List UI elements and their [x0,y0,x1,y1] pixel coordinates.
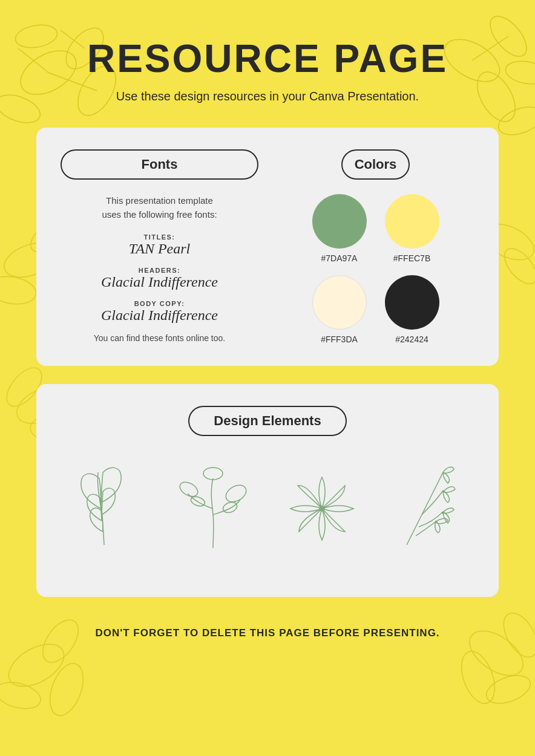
body-font-item: BODY COPY: Glacial Indifference [61,300,258,324]
svg-point-21 [0,678,44,713]
leaf-illustration-4 [382,460,479,557]
leaf-illustration-1 [56,460,153,557]
leaf-illustration-3 [274,460,370,557]
fonts-section: Fonts This presentation template uses th… [61,149,258,343]
design-elements-leaves [56,460,479,557]
swatch-black [385,275,439,330]
colors-grid: #7DA97A #FFEC7B #FFF3DA #2 [312,194,439,344]
design-elements-card: Design Elements [36,384,499,597]
colors-section: Colors #7DA97A #FFEC7B #FFF [277,149,474,344]
leaf-illustration-2 [165,460,261,557]
page-title: RESOURCE PAGE [87,36,448,81]
color-swatch-cream: #FFF3DA [312,275,367,344]
swatch-yellow-label: #FFEC7B [393,253,430,263]
swatch-cream-label: #FFF3DA [321,334,358,344]
colors-header: Colors [341,149,410,180]
color-swatch-green: #7DA97A [312,194,367,263]
fonts-description: This presentation template uses the foll… [61,194,258,221]
swatch-yellow [385,194,439,249]
swatch-cream [312,275,367,330]
titles-font-name: TAN Pearl [61,241,258,257]
titles-font-item: TITLES: TAN Pearl [61,233,258,257]
fonts-note: You can find these fonts online too. [61,333,258,343]
body-label: BODY COPY: [61,300,258,307]
titles-label: TITLES: [61,233,258,241]
headers-font-name: Glacial Indifference [61,274,258,290]
page-subtitle: Use these design resources in your Canva… [116,90,419,103]
svg-point-33 [222,500,238,514]
body-font-name: Glacial Indifference [61,307,258,324]
swatch-black-label: #242424 [395,334,428,344]
fonts-header: Fonts [61,149,258,180]
swatch-green [312,194,367,249]
color-swatch-yellow: #FFEC7B [385,194,439,263]
svg-point-32 [203,468,223,480]
svg-point-22 [44,659,90,720]
headers-label: HEADERS: [61,267,258,274]
design-elements-header: Design Elements [188,406,346,436]
headers-font-item: HEADERS: Glacial Indifference [61,267,258,290]
footer-note: DON'T FORGET TO DELETE THIS PAGE BEFORE … [95,627,439,639]
svg-point-30 [223,482,249,506]
svg-point-25 [482,670,534,709]
fonts-colors-card: Fonts This presentation template uses th… [36,128,499,366]
color-swatch-black: #242424 [385,275,439,344]
swatch-green-label: #7DA97A [321,253,358,263]
